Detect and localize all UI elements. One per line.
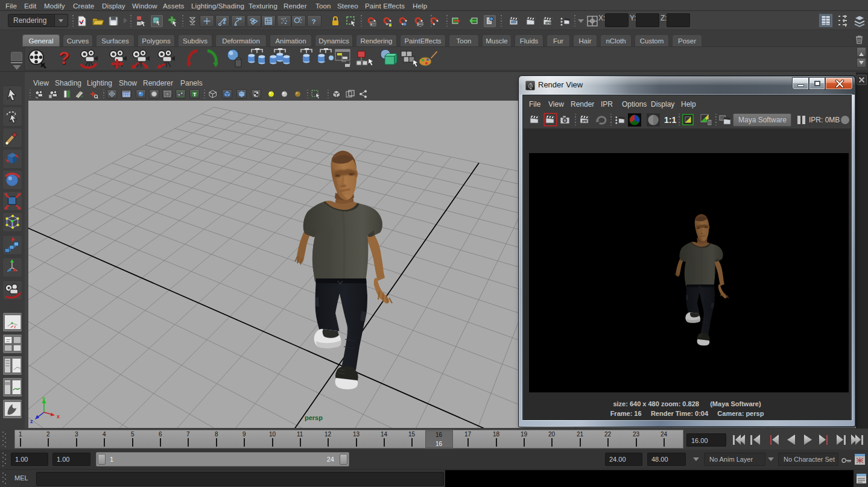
svg-text:IPR: IPR <box>582 119 588 123</box>
svg-text:x: x <box>57 413 60 419</box>
svg-text:T: T <box>193 92 197 98</box>
svg-text:z: z <box>30 418 33 424</box>
svg-text:y: y <box>42 395 45 401</box>
svg-text:?: ? <box>312 17 316 25</box>
svg-text:..: .. <box>721 116 723 120</box>
svg-text:IPR: IPR <box>545 21 552 25</box>
